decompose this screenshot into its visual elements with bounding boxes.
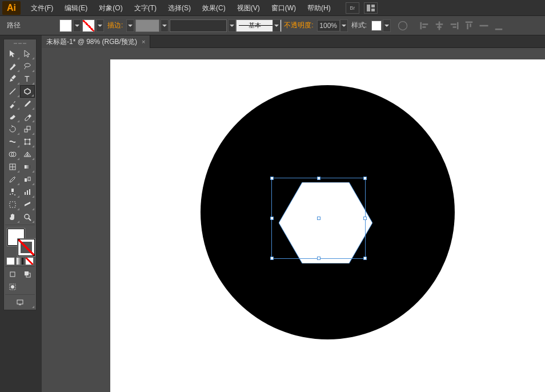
symbol-sprayer-tool[interactable] — [5, 186, 20, 198]
brush-dropdown[interactable] — [228, 19, 236, 32]
polygon-tool[interactable] — [20, 85, 35, 98]
type-tool[interactable]: T — [20, 73, 35, 85]
opacity-dropdown[interactable] — [340, 19, 348, 32]
svg-rect-52 — [17, 300, 23, 304]
column-graph-tool[interactable] — [20, 186, 35, 198]
color-mode-button[interactable] — [6, 257, 15, 265]
resize-handle-w[interactable] — [270, 217, 274, 220]
artboard-tool[interactable] — [5, 198, 20, 211]
brush-definition[interactable] — [170, 19, 227, 32]
close-icon[interactable]: × — [142, 38, 145, 45]
draw-behind-button[interactable] — [20, 268, 35, 281]
resize-handle-ne[interactable] — [363, 177, 367, 180]
resize-handle-sw[interactable] — [270, 257, 274, 260]
panel-grip[interactable] — [5, 41, 35, 46]
style-label: 样式: — [348, 21, 370, 30]
center-handle[interactable] — [317, 217, 320, 220]
zoom-tool[interactable] — [20, 211, 35, 223]
fill-dropdown[interactable] — [73, 19, 81, 32]
svg-point-25 — [25, 139, 26, 141]
stroke-color-swatch[interactable] — [18, 239, 35, 256]
shape-builder-tool[interactable] — [5, 148, 20, 161]
align-center-v-icon[interactable] — [478, 19, 490, 32]
fill-swatch[interactable] — [59, 19, 72, 32]
stroke-profile-swatch[interactable] — [135, 19, 159, 32]
resize-handle-n[interactable] — [317, 177, 320, 180]
menu-view[interactable]: 视图(V) — [231, 0, 266, 16]
artboard[interactable] — [110, 59, 545, 392]
menu-edit[interactable]: 编辑(E) — [59, 0, 93, 16]
perspective-grid-tool[interactable] — [20, 148, 35, 161]
magic-wand-tool[interactable] — [5, 60, 20, 73]
control-bar: 路径 描边: 基本 不透明度: 100% 样式: — [0, 16, 545, 35]
menu-bar: Ai 文件(F) 编辑(E) 对象(O) 文字(T) 选择(S) 效果(C) 视… — [0, 0, 545, 16]
selection-tool[interactable] — [5, 47, 20, 60]
screen-mode-button[interactable] — [5, 296, 35, 309]
svg-rect-15 — [470, 23, 471, 27]
stroke-weight-dropdown[interactable] — [126, 19, 134, 32]
menu-select[interactable]: 选择(S) — [162, 0, 197, 16]
gradient-tool[interactable] — [20, 161, 35, 173]
align-bottom-icon[interactable] — [492, 19, 505, 32]
blend-tool[interactable] — [20, 173, 35, 186]
selection-bounding-box[interactable] — [271, 178, 366, 259]
rotate-tool[interactable] — [5, 123, 20, 135]
bridge-button[interactable]: Br — [346, 2, 359, 14]
resize-handle-nw[interactable] — [270, 177, 274, 180]
none-mode-button[interactable] — [25, 257, 34, 265]
resize-handle-se[interactable] — [363, 257, 367, 260]
line-tool[interactable] — [5, 85, 20, 98]
style-dropdown[interactable] — [383, 19, 391, 32]
arrange-documents-button[interactable] — [364, 2, 378, 14]
stroke-profile-dropdown[interactable] — [161, 19, 169, 32]
document-tab-title: 未标题-1* @ 98% (RGB/预览) — [46, 37, 137, 47]
svg-point-27 — [25, 143, 26, 145]
paintbrush-tool[interactable] — [5, 98, 20, 110]
blob-brush-tool[interactable] — [5, 110, 20, 123]
svg-rect-0 — [367, 5, 370, 11]
menu-help[interactable]: 帮助(H) — [302, 0, 336, 16]
menu-type[interactable]: 文字(T) — [129, 0, 162, 16]
svg-rect-2 — [371, 9, 375, 11]
svg-rect-13 — [466, 21, 473, 23]
pencil-tool[interactable] — [20, 98, 35, 110]
recolor-icon[interactable] — [396, 19, 409, 32]
draw-inside-button[interactable] — [5, 281, 20, 293]
svg-rect-53 — [19, 305, 21, 305]
draw-normal-button[interactable] — [5, 268, 20, 281]
graphic-style-swatch[interactable] — [371, 21, 382, 31]
slice-tool[interactable] — [20, 198, 35, 211]
profile-dropdown[interactable] — [272, 19, 280, 32]
eyedropper-tool[interactable] — [5, 173, 20, 186]
svg-rect-9 — [437, 26, 442, 28]
menu-file[interactable]: 文件(F) — [25, 0, 59, 16]
hand-tool[interactable] — [5, 211, 20, 223]
gradient-mode-button[interactable] — [16, 257, 25, 265]
resize-handle-e[interactable] — [363, 217, 367, 220]
free-transform-tool[interactable] — [20, 135, 35, 148]
align-center-h-icon[interactable] — [433, 19, 446, 32]
scale-tool[interactable] — [20, 123, 35, 135]
stroke-dropdown[interactable] — [96, 19, 104, 32]
menu-effect[interactable]: 效果(C) — [197, 0, 231, 16]
menu-object[interactable]: 对象(O) — [93, 0, 128, 16]
align-left-icon[interactable] — [418, 19, 431, 32]
svg-rect-36 — [28, 177, 30, 181]
svg-point-26 — [29, 139, 31, 141]
lasso-tool[interactable] — [20, 60, 35, 73]
width-tool[interactable] — [5, 135, 20, 148]
document-tab[interactable]: 未标题-1* @ 98% (RGB/预览) × — [42, 35, 150, 48]
opacity-input[interactable]: 100% — [317, 20, 340, 31]
align-top-icon[interactable] — [463, 19, 475, 32]
canvas-area[interactable] — [42, 48, 545, 392]
eraser-tool[interactable] — [20, 110, 35, 123]
fill-stroke-indicator[interactable] — [6, 227, 34, 255]
mesh-tool[interactable] — [5, 161, 20, 173]
direct-selection-tool[interactable] — [20, 47, 35, 60]
align-right-icon[interactable] — [448, 19, 460, 32]
menu-window[interactable]: 窗口(W) — [266, 0, 302, 16]
svg-rect-44 — [10, 202, 15, 207]
stroke-swatch[interactable] — [82, 19, 95, 32]
pen-tool[interactable] — [5, 73, 20, 85]
resize-handle-s[interactable] — [317, 257, 320, 260]
